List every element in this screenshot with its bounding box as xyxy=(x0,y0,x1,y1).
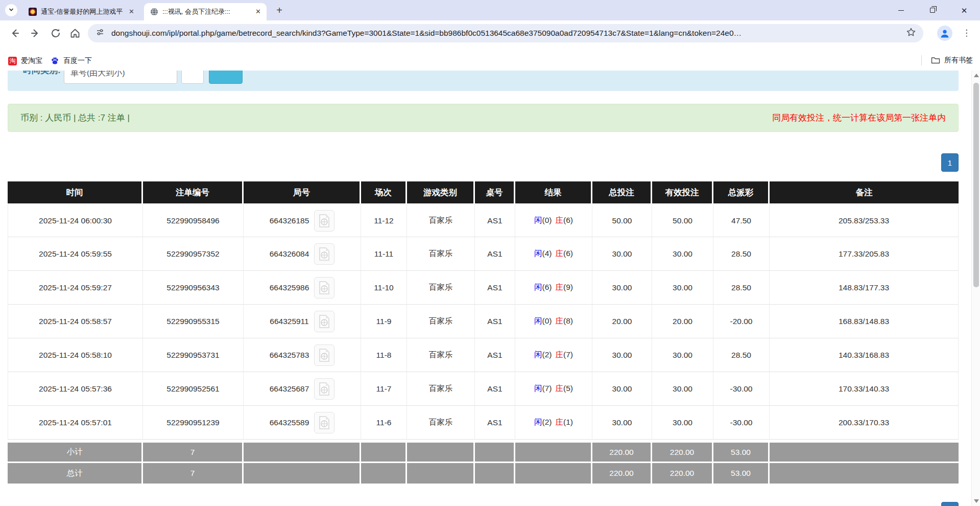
payout-cell: 28.50 xyxy=(713,338,770,372)
profile-avatar[interactable] xyxy=(937,26,952,41)
valid-bet-cell: 30.00 xyxy=(652,372,713,406)
player-label: 闲 xyxy=(534,384,542,393)
filter-panel: 时间类别: 单号(由大到小) xyxy=(8,71,959,91)
note-cell: 205.83/253.33 xyxy=(770,203,959,237)
table-id-cell: AS1 xyxy=(475,305,515,338)
valid-bet-cell: 30.00 xyxy=(652,338,713,372)
round-id: 664326084 xyxy=(270,249,309,259)
total-row-cell: 7 xyxy=(143,462,244,484)
player-label: 闲 xyxy=(534,283,542,291)
pagination-page-1-bottom[interactable]: 1 xyxy=(941,502,959,506)
close-icon[interactable]: ✕ xyxy=(254,8,262,16)
bookmark-label: 百度一下 xyxy=(63,56,92,65)
session-cell: 11-9 xyxy=(361,305,407,338)
back-arrow-icon xyxy=(9,28,20,39)
total-bet-cell[interactable]: 30.00 xyxy=(592,271,652,305)
search-button[interactable] xyxy=(209,71,243,84)
subtotal-row-cell xyxy=(361,440,407,462)
scroll-down-icon[interactable] xyxy=(974,499,979,503)
back-button[interactable] xyxy=(6,25,23,42)
total-bet-cell[interactable]: 30.00 xyxy=(592,237,652,271)
total-row-cell xyxy=(407,462,475,484)
total-bet-cell[interactable]: 30.00 xyxy=(592,406,652,440)
window-restore-button[interactable] xyxy=(917,0,948,20)
player-score: (2) xyxy=(542,418,552,426)
column-header: 结果 xyxy=(515,181,592,203)
url-bar[interactable]: dongshouji.com/ipl/portal.php/game/betre… xyxy=(88,24,923,42)
forward-arrow-icon xyxy=(30,28,41,39)
subtotal-row-cell: 220.00 xyxy=(652,440,713,462)
player-score: (2) xyxy=(542,350,552,359)
bet-time-cell: 2025-11-24 05:59:55 xyxy=(8,237,143,271)
filter-spinner[interactable] xyxy=(181,71,204,84)
column-header: 有效投注 xyxy=(652,181,713,203)
payout-cell: 47.50 xyxy=(713,203,770,237)
tab-search-button[interactable] xyxy=(5,4,17,16)
browser-toolbar: dongshouji.com/ipl/portal.php/game/betre… xyxy=(0,20,980,46)
window-close-button[interactable]: ✕ xyxy=(948,0,980,20)
result-cell: 闲(4)庄(6) xyxy=(515,237,592,271)
sort-select[interactable]: 单号(由大到小) xyxy=(64,71,177,84)
browser-menu-icon[interactable]: ⋮ xyxy=(962,25,970,41)
forward-button[interactable] xyxy=(27,25,44,42)
subtotal-row-cell xyxy=(244,440,361,462)
scrollbar-thumb[interactable] xyxy=(973,83,979,287)
baidu-paw-icon xyxy=(51,57,59,65)
replay-video-icon[interactable] xyxy=(314,210,334,232)
total-bet-cell[interactable]: 30.00 xyxy=(592,372,652,406)
vertical-scrollbar[interactable] xyxy=(971,71,980,506)
payout-cell: -30.00 xyxy=(713,406,770,440)
filter-label: 时间类别: xyxy=(23,71,61,76)
bet-time-cell: 2025-11-24 05:57:01 xyxy=(8,406,143,440)
replay-video-icon[interactable] xyxy=(314,344,334,366)
subtotal-row-cell: 小计 xyxy=(8,440,143,462)
replay-video-icon[interactable] xyxy=(314,243,334,265)
tab-bet-records-active[interactable]: :::视讯, 会员下注纪录::: ✕ xyxy=(144,3,267,20)
banker-label: 庄 xyxy=(556,316,564,325)
table-id-cell: AS1 xyxy=(475,372,515,406)
close-icon[interactable]: ✕ xyxy=(127,8,136,16)
tab-tongbao[interactable]: 通宝-信誉最好的网上游戏平台 ✕ xyxy=(22,3,140,20)
replay-video-icon[interactable] xyxy=(314,277,334,298)
taobao-icon: 淘 xyxy=(8,57,17,65)
all-bookmarks-button[interactable]: 所有书签 xyxy=(921,55,973,65)
game-type-cell: 百家乐 xyxy=(407,305,475,338)
site-info-icon[interactable] xyxy=(96,28,104,38)
table-row: 2025-11-24 05:58:10522990953731664325783… xyxy=(8,338,959,372)
replay-video-icon[interactable] xyxy=(314,311,334,332)
result-cell: 闲(0)庄(6) xyxy=(515,203,592,237)
folder-icon xyxy=(931,56,940,64)
banker-score: (9) xyxy=(563,283,573,291)
total-bet-cell[interactable]: 50.00 xyxy=(592,203,652,237)
all-bookmarks-label: 所有书签 xyxy=(944,56,973,65)
result-cell: 闲(7)庄(5) xyxy=(515,372,592,406)
scroll-up-icon[interactable] xyxy=(974,74,979,77)
new-tab-button[interactable]: + xyxy=(273,4,286,17)
bookmark-aitaobao[interactable]: 淘 爱淘宝 xyxy=(4,54,46,67)
round-id-cell: 664325783 xyxy=(244,338,361,372)
player-label: 闲 xyxy=(534,216,542,224)
total-bet-cell[interactable]: 30.00 xyxy=(592,338,652,372)
window-minimize-button[interactable] xyxy=(885,0,917,20)
total-row-cell xyxy=(361,462,407,484)
total-row-cell: 总计 xyxy=(8,462,143,484)
reload-button[interactable] xyxy=(47,25,64,42)
total-bet-cell[interactable]: 20.00 xyxy=(592,305,652,338)
subtotal-row-cell: 7 xyxy=(143,440,244,462)
note-cell: 140.33/168.83 xyxy=(770,338,959,372)
session-cell: 11-10 xyxy=(361,271,407,305)
replay-video-icon[interactable] xyxy=(314,412,334,433)
replay-video-icon[interactable] xyxy=(314,378,334,400)
player-score: (7) xyxy=(542,384,552,393)
bookmark-baidu[interactable]: 百度一下 xyxy=(46,54,96,67)
banker-score: (7) xyxy=(563,350,573,359)
home-button[interactable] xyxy=(66,25,84,42)
reload-icon xyxy=(50,28,61,39)
person-icon xyxy=(939,28,950,39)
subtotal-row-cell xyxy=(475,440,515,462)
bookmark-star-icon[interactable] xyxy=(906,27,916,39)
game-type-cell: 百家乐 xyxy=(407,203,475,237)
pagination-page-1[interactable]: 1 xyxy=(941,153,959,172)
round-id: 664326185 xyxy=(270,216,309,225)
bet-time-cell: 2025-11-24 06:00:30 xyxy=(8,203,143,237)
